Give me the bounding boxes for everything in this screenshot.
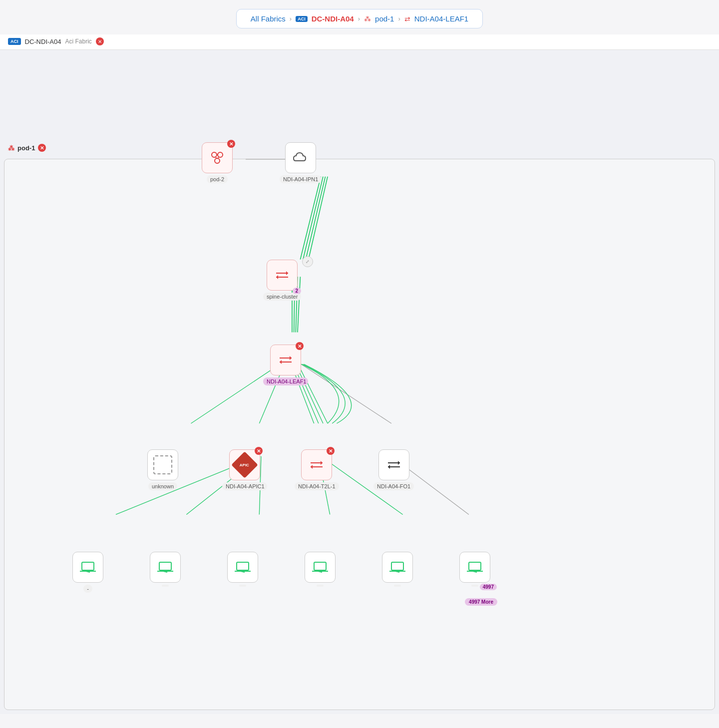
aci-filter-tag: ACI <box>8 38 21 45</box>
laptop6-box[interactable]: 4997 <box>459 552 490 583</box>
laptop3-label <box>239 585 246 587</box>
svg-marker-33 <box>290 356 292 360</box>
laptop5-icon <box>388 558 406 576</box>
breadcrumb-box: All Fabrics › ACI DC-NDI-A04 › ⁂ pod-1 ›… <box>236 9 483 28</box>
node-laptop5[interactable] <box>382 552 413 587</box>
node-t2l1[interactable]: ✕ NDI-A04-T2L-1 <box>295 449 339 490</box>
laptop6-more[interactable]: 4997 More <box>465 598 497 606</box>
fo1-label: NDI-A04-FO1 <box>373 482 414 490</box>
apic1-label: NDI-A04-APIC1 <box>222 482 267 490</box>
unknown-label: unknown <box>148 482 177 490</box>
breadcrumb-sep-2: › <box>358 15 360 22</box>
apic1-error: ✕ <box>255 447 263 455</box>
pod1-label: ⁂ pod-1 ✕ <box>8 144 46 152</box>
apic1-box[interactable]: ✕ APIC <box>229 449 260 480</box>
spine-count: 2 <box>293 288 302 294</box>
pod1-container <box>4 159 715 710</box>
svg-point-22 <box>212 152 217 157</box>
fo1-icon <box>385 456 403 474</box>
svg-marker-35 <box>280 360 282 364</box>
node-laptop4[interactable] <box>305 552 336 587</box>
node-leaf1[interactable]: ✕ NDI-A04-LEAF1 <box>263 345 308 385</box>
laptop2-icon <box>156 558 174 576</box>
breadcrumb-sep-1: › <box>290 15 292 22</box>
pod2-box[interactable]: ✕ <box>202 142 233 173</box>
laptop6-icon <box>466 558 484 576</box>
laptop6-label <box>471 585 478 587</box>
breadcrumb-container: All Fabrics › ACI DC-NDI-A04 › ⁂ pod-1 ›… <box>0 0 719 34</box>
svg-rect-47 <box>159 562 171 570</box>
topology-area: ⁂ pod-1 ✕ <box>0 50 719 714</box>
laptop4-box[interactable] <box>305 552 336 583</box>
pod2-error: ✕ <box>227 140 235 148</box>
ipn1-box[interactable] <box>285 142 316 173</box>
svg-point-23 <box>218 152 223 157</box>
spine-cluster-icon <box>273 266 291 284</box>
svg-rect-53 <box>314 562 326 570</box>
svg-rect-56 <box>391 562 403 570</box>
svg-marker-41 <box>398 461 400 465</box>
leaf1-label: NDI-A04-LEAF1 <box>263 377 308 385</box>
filter-close-button[interactable]: ✕ <box>96 37 104 45</box>
breadcrumb-all-fabrics[interactable]: All Fabrics <box>251 14 286 23</box>
node-laptop6[interactable]: 4997 4997 More <box>459 552 490 587</box>
node-laptop1[interactable]: - <box>72 552 103 593</box>
t2l1-icon <box>308 456 326 474</box>
pod1-close[interactable]: ✕ <box>38 144 46 152</box>
fo1-box[interactable] <box>378 449 409 480</box>
pod2-icon <box>208 149 226 167</box>
apic1-icon: APIC <box>231 451 258 478</box>
svg-marker-39 <box>311 465 313 469</box>
pod1-name: pod-1 <box>17 144 35 152</box>
svg-marker-43 <box>388 465 390 469</box>
laptop1-label: - <box>83 585 92 593</box>
laptop4-label <box>317 585 324 587</box>
pod1-icon: ⁂ <box>8 144 14 152</box>
spine-expand-btn[interactable]: ⤢ <box>302 256 313 267</box>
node-laptop3[interactable] <box>227 552 258 587</box>
laptop1-icon <box>79 558 97 576</box>
svg-rect-59 <box>469 562 481 570</box>
ipn1-label: NDI-A04-IPN1 <box>280 175 322 183</box>
spine-cluster-box[interactable]: 2 ⤢ <box>267 260 298 291</box>
leaf1-box[interactable]: ✕ <box>270 345 301 375</box>
node-fo1[interactable]: NDI-A04-FO1 <box>373 449 414 490</box>
breadcrumb-pod[interactable]: pod-1 <box>375 14 394 23</box>
laptop4-icon <box>311 558 329 576</box>
laptop1-box[interactable] <box>72 552 103 583</box>
filter-bar: ACI DC-NDI-A04 Aci Fabric ✕ <box>0 34 719 50</box>
svg-rect-44 <box>82 562 94 570</box>
pod-icon-breadcrumb: ⁂ <box>364 15 371 23</box>
svg-marker-31 <box>276 275 278 279</box>
leaf1-error: ✕ <box>296 342 304 350</box>
node-unknown[interactable]: unknown <box>147 449 178 490</box>
breadcrumb-leaf[interactable]: NDI-A04-LEAF1 <box>414 14 468 23</box>
leaf-icon-breadcrumb: ⇄ <box>404 15 410 23</box>
filter-fabric-name: DC-NDI-A04 <box>25 38 61 45</box>
breadcrumb-dc[interactable]: DC-NDI-A04 <box>312 14 354 23</box>
ipn1-cloud-icon <box>292 149 310 167</box>
laptop5-label <box>394 585 401 587</box>
unknown-icon <box>153 455 172 474</box>
node-pod2[interactable]: ✕ pod-2 <box>202 142 233 183</box>
laptop6-count: 4997 <box>480 584 497 590</box>
unknown-box[interactable] <box>147 449 178 480</box>
laptop3-icon <box>234 558 252 576</box>
node-laptop2[interactable] <box>150 552 181 587</box>
laptop5-box[interactable] <box>382 552 413 583</box>
aci-badge-breadcrumb: ACI <box>296 16 308 22</box>
laptop3-box[interactable] <box>227 552 258 583</box>
breadcrumb-sep-3: › <box>398 15 400 22</box>
node-apic1[interactable]: ✕ APIC NDI-A04-APIC1 <box>222 449 267 490</box>
svg-marker-37 <box>321 461 323 465</box>
t2l1-box[interactable]: ✕ <box>301 449 332 480</box>
t2l1-error: ✕ <box>327 447 335 455</box>
laptop2-label <box>162 585 169 587</box>
leaf1-icon <box>277 351 295 369</box>
node-ipn1[interactable]: NDI-A04-IPN1 <box>280 142 322 183</box>
t2l1-label: NDI-A04-T2L-1 <box>295 482 339 490</box>
svg-marker-29 <box>286 271 288 275</box>
laptop2-box[interactable] <box>150 552 181 583</box>
filter-fabric-type: Aci Fabric <box>65 38 91 45</box>
node-spine-cluster[interactable]: 2 ⤢ spine-cluster <box>263 260 301 301</box>
